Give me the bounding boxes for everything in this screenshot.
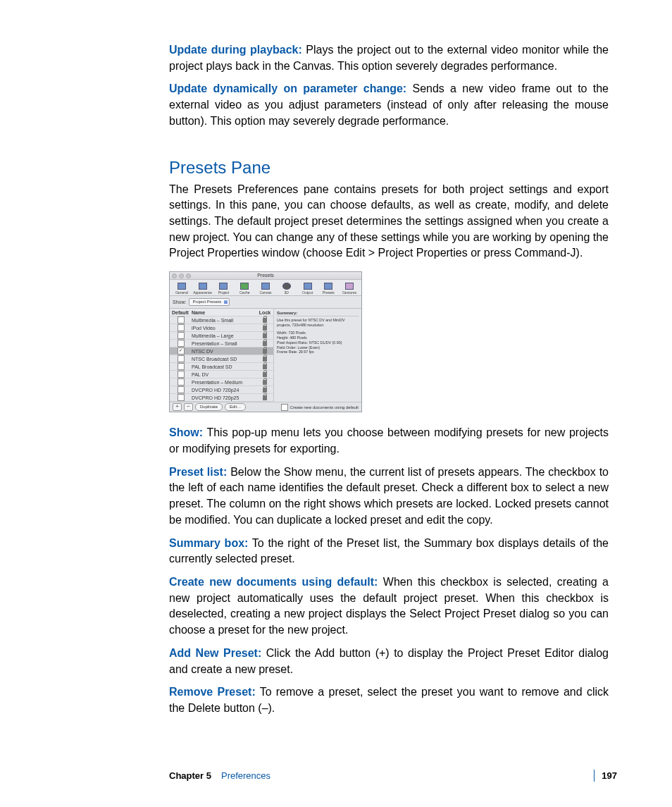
term-summary-box: Summary box: <box>169 537 248 549</box>
lock-cell <box>259 357 271 362</box>
preset-row[interactable]: NTSC Broadcast SD <box>170 355 273 363</box>
checkbox-icon <box>178 332 185 339</box>
duplicate-button[interactable]: Duplicate <box>195 403 223 411</box>
appearance-icon <box>199 283 207 290</box>
paragraph-summary-box: Summary box: To the right of the Preset … <box>169 536 609 567</box>
figure-tabstrip: General Appearance Project Cache Canvas … <box>170 280 361 296</box>
preset-row[interactable]: Multimedia – Small <box>170 316 273 324</box>
term-remove-preset: Remove Preset: <box>169 686 256 698</box>
tab-gestures[interactable]: Gestures <box>339 281 360 295</box>
default-cell[interactable] <box>172 347 190 355</box>
preset-row[interactable]: Multimedia – Large <box>170 332 273 340</box>
tab-appearance[interactable]: Appearance <box>192 281 213 295</box>
tab-3d[interactable]: 3D <box>276 281 297 295</box>
paragraph-remove-preset: Remove Preset: To remove a preset, selec… <box>169 684 609 716</box>
checkbox-icon <box>178 363 185 370</box>
default-cell[interactable] <box>172 340 190 347</box>
lock-icon <box>263 357 267 362</box>
lock-cell <box>259 333 271 338</box>
checkbox-icon <box>178 324 185 331</box>
show-label: Show: <box>173 300 186 304</box>
paragraph-update-dynamic: Update dynamically on parameter change: … <box>169 81 609 129</box>
paragraph-update-playback: Update during playback: Plays the projec… <box>169 42 609 74</box>
tab-output[interactable]: Output <box>297 281 318 295</box>
preset-row[interactable]: NTSC DV <box>170 347 273 355</box>
lock-icon <box>263 349 267 354</box>
term-add-preset: Add New Preset: <box>169 647 261 659</box>
preset-list: Default Name Lock Multimedia – SmalliPod… <box>170 309 274 402</box>
figure-title: Presets <box>257 273 274 278</box>
preset-name: Multimedia – Small <box>190 318 259 323</box>
preset-row[interactable]: DVCPRO HD 720p24 <box>170 386 273 394</box>
figure-footer: + − Duplicate Edit… Create new documents… <box>170 402 361 412</box>
default-cell[interactable] <box>172 324 190 331</box>
figure-body: Default Name Lock Multimedia – SmalliPod… <box>170 309 361 402</box>
preset-row[interactable]: PAL Broadcast SD <box>170 363 273 371</box>
lock-icon <box>263 326 267 331</box>
paragraph-add-preset: Add New Preset: Click the Add button (+)… <box>169 646 609 677</box>
preset-row[interactable]: iPod Video <box>170 324 273 332</box>
window-traffic-lights <box>172 273 191 278</box>
default-cell[interactable] <box>172 394 190 401</box>
gestures-icon <box>345 283 354 290</box>
tab-presets[interactable]: Presets <box>318 281 339 295</box>
preset-name: PAL Broadcast SD <box>190 364 259 369</box>
lock-icon <box>263 341 267 346</box>
lock-icon <box>263 364 267 369</box>
paragraph-create-default: Create new documents using default: When… <box>169 574 609 639</box>
checkbox-icon <box>178 347 185 355</box>
project-icon <box>219 283 228 290</box>
heading-presets-pane: Presets Pane <box>169 158 609 178</box>
preset-name: PAL DV <box>190 372 259 377</box>
preset-name: Presentation – Small <box>190 341 259 346</box>
checkbox-icon <box>178 340 185 347</box>
footer-chapter-name: Preferences <box>221 770 270 781</box>
lock-icon <box>263 380 267 385</box>
checkbox-icon <box>281 404 288 411</box>
general-icon <box>178 283 186 290</box>
checkbox-icon <box>178 316 185 324</box>
lock-cell <box>259 372 271 377</box>
lock-icon <box>263 388 267 393</box>
remove-preset-button[interactable]: − <box>184 403 193 411</box>
tab-cache[interactable]: Cache <box>234 281 255 295</box>
default-cell[interactable] <box>172 316 190 324</box>
presets-icon <box>324 283 332 290</box>
create-default-checkbox[interactable]: Create new documents using default <box>281 404 359 411</box>
preset-name: Multimedia – Large <box>190 333 259 338</box>
lock-icon <box>263 395 267 400</box>
cache-icon <box>240 283 249 290</box>
default-cell[interactable] <box>172 371 190 378</box>
default-cell[interactable] <box>172 378 190 386</box>
summary-body: Use this preset for NTSC DV and MiniDV p… <box>277 318 359 355</box>
preset-row[interactable]: PAL DV <box>170 371 273 378</box>
tab-project[interactable]: Project <box>213 281 235 295</box>
lock-cell <box>259 326 271 331</box>
add-preset-button[interactable]: + <box>173 403 182 411</box>
preset-row[interactable]: DVCPRO HD 720p25 <box>170 394 273 402</box>
checkbox-icon <box>178 378 185 386</box>
preset-name: NTSC DV <box>190 349 259 354</box>
preset-name: DVCPRO HD 720p24 <box>190 388 259 393</box>
paragraph-preset-list: Preset list: Below the Show menu, the cu… <box>169 464 609 529</box>
tab-general[interactable]: General <box>171 281 192 295</box>
checkbox-icon <box>178 371 185 378</box>
body-preset-list: Below the Show menu, the current list of… <box>169 466 609 526</box>
col-lock: Lock <box>259 310 271 315</box>
preset-row[interactable]: Presentation – Small <box>170 340 273 347</box>
show-popup[interactable]: Project Presets <box>189 298 230 306</box>
tab-canvas[interactable]: Canvas <box>255 281 276 295</box>
default-cell[interactable] <box>172 332 190 339</box>
default-cell[interactable] <box>172 363 190 370</box>
checkbox-icon <box>178 394 185 401</box>
edit-button[interactable]: Edit… <box>225 403 246 411</box>
lock-cell <box>259 395 271 400</box>
page-footer: Chapter 5 Preferences 197 <box>169 770 617 782</box>
preset-row[interactable]: Presentation – Medium <box>170 378 273 386</box>
default-cell[interactable] <box>172 355 190 362</box>
term-preset-list: Preset list: <box>169 466 227 478</box>
checkbox-icon <box>178 386 185 393</box>
figure-presets-window: Presets General Appearance Project Cache… <box>169 271 362 412</box>
default-cell[interactable] <box>172 386 190 393</box>
preset-name: Presentation – Medium <box>190 380 259 385</box>
